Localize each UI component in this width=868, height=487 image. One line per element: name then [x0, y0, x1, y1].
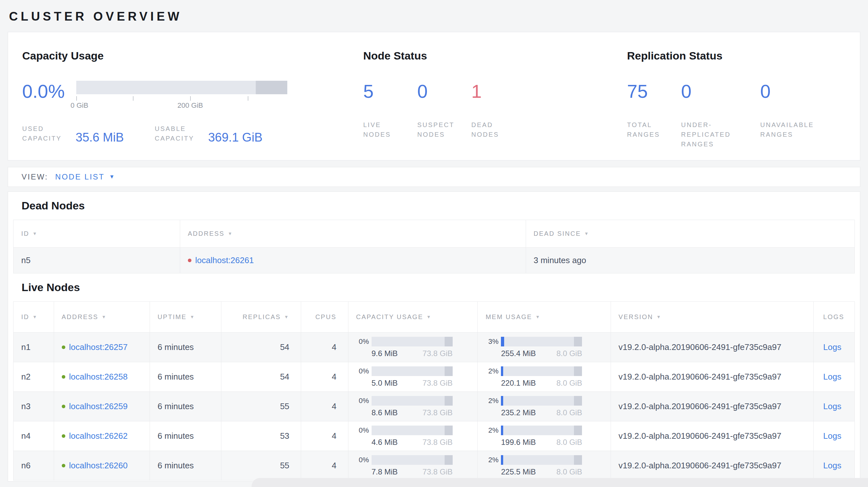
chevron-down-icon[interactable]: ▼ — [109, 174, 115, 180]
sort-desc-icon[interactable]: ▼ — [427, 314, 432, 319]
dead-nodes-label: DEAD NODES — [471, 120, 516, 139]
live-status-dot-icon — [62, 375, 65, 379]
live-col-cpus: CPUS — [301, 302, 348, 333]
sort-desc-icon[interactable]: ▼ — [190, 314, 195, 319]
logs-link[interactable]: Logs — [823, 372, 841, 382]
node-address-link[interactable]: localhost:26262 — [69, 431, 128, 441]
capacity-pct: 0% — [354, 456, 369, 464]
sort-desc-icon[interactable]: ▼ — [284, 314, 289, 319]
cpus-cell: 4 — [301, 392, 348, 421]
sort-desc-icon[interactable]: ▼ — [584, 231, 589, 236]
capacity-bar-chart: 0 GiB 200 GiB — [76, 81, 287, 111]
live-nodes-table: ID▼ ADDRESS▼ UPTIME▼ REPLICAS▼ CPUS CAPA… — [13, 301, 855, 481]
capacity-mini-bar — [372, 366, 453, 376]
sort-desc-icon[interactable]: ▼ — [656, 314, 661, 319]
logs-link[interactable]: Logs — [823, 431, 841, 441]
node-id-cell: n5 — [13, 248, 180, 273]
replication-stats: 75 TOTAL RANGES 0 UNDER-REPLICATED RANGE… — [627, 81, 846, 149]
sort-desc-icon[interactable]: ▼ — [102, 314, 107, 319]
table-row: n6 localhost:26260 6 minutes 55 4 0% 7.8… — [13, 451, 855, 481]
uptime-cell: 6 minutes — [150, 333, 221, 362]
total-ranges-label: TOTAL RANGES — [627, 120, 681, 139]
capacity-used: 7.8 MiB — [372, 467, 398, 476]
usable-capacity-stat: USABLE CAPACITY 369.1 GiB — [155, 124, 262, 143]
mem-used: 225.5 MiB — [501, 467, 536, 476]
live-col-replicas[interactable]: REPLICAS▼ — [221, 302, 301, 333]
logs-link[interactable]: Logs — [823, 461, 841, 470]
node-address-link[interactable]: localhost:26257 — [69, 342, 128, 352]
version-cell: v19.2.0-alpha.20190606-2491-gfe735c9a97 — [611, 421, 813, 451]
capacity-mini-bar — [372, 396, 453, 405]
table-row: n2 localhost:26258 6 minutes 54 4 0% 5.0… — [13, 362, 855, 392]
live-nodes-section-title: Live Nodes — [13, 273, 855, 301]
table-row: n4 localhost:26262 6 minutes 53 4 0% 4.6… — [13, 421, 855, 451]
sort-desc-icon[interactable]: ▼ — [228, 231, 233, 236]
under-replicated-ranges-label: UNDER-REPLICATED RANGES — [681, 120, 749, 149]
capacity-usage-gauge: 0.0% 0 GiB 200 GiB — [22, 81, 363, 111]
column-label: REPLICAS — [243, 313, 281, 320]
sort-desc-icon[interactable]: ▼ — [535, 314, 540, 319]
column-label: DEAD SINCE — [534, 230, 581, 237]
suspect-nodes-stat: 0 SUSPECT NODES — [417, 81, 471, 139]
view-dropdown[interactable]: NODE LIST ▼ — [55, 172, 115, 182]
capacity-usage-cell: 0% 9.6 MiB73.8 GiB — [348, 333, 478, 362]
cpus-cell: 4 — [301, 362, 348, 392]
live-nodes-header-row: ID▼ ADDRESS▼ UPTIME▼ REPLICAS▼ CPUS CAPA… — [13, 302, 855, 333]
mem-pct: 2% — [484, 426, 498, 434]
capacity-total: 73.8 GiB — [423, 379, 452, 388]
capacity-total: 73.8 GiB — [423, 438, 452, 447]
sort-desc-icon[interactable]: ▼ — [32, 231, 38, 236]
live-col-capacity-usage[interactable]: CAPACITY USAGE▼ — [348, 302, 478, 333]
replicas-cell: 55 — [221, 392, 301, 421]
node-address-link[interactable]: localhost:26260 — [69, 461, 128, 470]
view-dropdown-value[interactable]: NODE LIST — [55, 172, 105, 182]
node-address-cell: localhost:26259 — [54, 392, 150, 421]
dead-nodes-count: 1 — [471, 81, 525, 102]
under-replicated-ranges-count: 0 — [681, 81, 760, 102]
dead-col-dead-since[interactable]: DEAD SINCE▼ — [526, 220, 855, 248]
capacity-axis-labels: 0 GiB 200 GiB — [76, 101, 287, 111]
live-col-address[interactable]: ADDRESS▼ — [54, 302, 150, 333]
node-address-cell: localhost:26260 — [54, 451, 150, 481]
live-col-id[interactable]: ID▼ — [13, 302, 54, 333]
column-label: LOGS — [823, 313, 844, 320]
sort-desc-icon[interactable]: ▼ — [32, 314, 38, 319]
column-label: CAPACITY USAGE — [356, 313, 423, 320]
node-address-link[interactable]: localhost:26261 — [195, 255, 254, 265]
replication-status-panel: Replication Status 75 TOTAL RANGES 0 UND… — [627, 50, 846, 160]
live-col-mem-usage[interactable]: MEM USAGE▼ — [478, 302, 611, 333]
mem-used: 235.2 MiB — [501, 408, 536, 417]
capacity-pct: 0% — [354, 337, 369, 346]
replicas-cell: 54 — [221, 362, 301, 392]
replicas-cell: 54 — [221, 333, 301, 362]
capacity-total: 73.8 GiB — [423, 349, 452, 358]
dead-col-id[interactable]: ID▼ — [13, 220, 180, 248]
live-col-version[interactable]: VERSION▼ — [611, 302, 813, 333]
logs-link[interactable]: Logs — [823, 401, 841, 411]
live-nodes-count: 5 — [363, 81, 417, 102]
node-address-link[interactable]: localhost:26258 — [69, 372, 128, 382]
capacity-usage-cell: 0% 5.0 MiB73.8 GiB — [348, 362, 478, 392]
logs-link[interactable]: Logs — [823, 342, 841, 352]
mem-pct: 2% — [484, 397, 498, 405]
dead-status-dot-icon — [188, 259, 191, 262]
mem-total: 8.0 GiB — [556, 467, 582, 476]
mem-pct: 2% — [484, 456, 498, 464]
cpus-cell: 4 — [301, 451, 348, 481]
axis-tick — [248, 96, 248, 101]
view-selector-bar: VIEW: NODE LIST ▼ — [8, 167, 860, 187]
live-col-uptime[interactable]: UPTIME▼ — [150, 302, 221, 333]
cpus-cell: 4 — [301, 421, 348, 451]
capacity-stats: USED CAPACITY 35.6 MiB USABLE CAPACITY 3… — [22, 124, 363, 143]
unavailable-ranges-stat: 0 UNAVAILABLE RANGES — [760, 81, 831, 149]
logs-cell: Logs — [813, 392, 855, 421]
dead-nodes-header-row: ID▼ ADDRESS▼ DEAD SINCE▼ — [13, 220, 855, 248]
dead-col-address[interactable]: ADDRESS▼ — [180, 220, 526, 248]
capacity-usage-cell: 0% 4.6 MiB73.8 GiB — [348, 421, 478, 451]
capacity-used: 4.6 MiB — [372, 438, 398, 447]
capacity-usage-cell: 0% 8.6 MiB73.8 GiB — [348, 392, 478, 421]
mem-pct: 3% — [484, 337, 498, 346]
mem-used: 199.6 MiB — [501, 438, 536, 447]
suspect-nodes-label: SUSPECT NODES — [417, 120, 462, 139]
node-address-link[interactable]: localhost:26259 — [69, 401, 128, 412]
